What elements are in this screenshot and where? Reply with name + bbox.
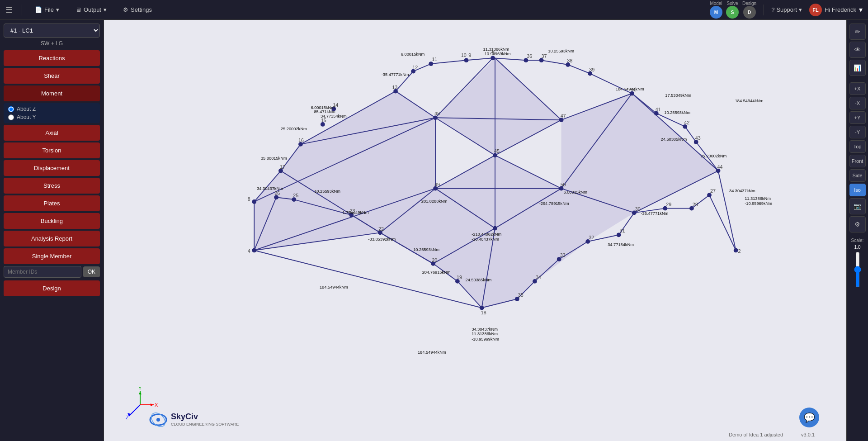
shear-button[interactable]: Shear xyxy=(4,68,100,84)
scale-label: Scale: xyxy=(851,238,864,243)
svg-marker-203 xyxy=(151,403,154,406)
about-z-radio[interactable]: About Z xyxy=(8,106,95,112)
about-y-radio[interactable]: About Y xyxy=(8,114,95,120)
svg-text:34.77154kNm: 34.77154kNm xyxy=(608,242,634,247)
about-y-input[interactable] xyxy=(8,114,14,120)
iso-view-button[interactable]: Iso xyxy=(849,184,866,196)
moment-button[interactable]: Moment xyxy=(4,85,100,101)
svg-text:27: 27 xyxy=(710,188,716,194)
svg-text:184.54944kNm: 184.54944kNm xyxy=(616,87,644,91)
load-case-select[interactable]: #1 - LC1 xyxy=(4,24,100,38)
svg-text:16: 16 xyxy=(298,138,304,143)
svg-point-82 xyxy=(480,306,484,310)
right-toolbar: ✏ 👁 📊 +X -X +Y -Y Top Front Side Iso 📷 ⚙… xyxy=(846,20,868,441)
svg-text:-10.95969kNm: -10.95969kNm xyxy=(745,201,772,206)
model-mode-button[interactable]: M xyxy=(710,6,722,19)
file-menu[interactable]: 📄 File ▾ xyxy=(31,5,63,15)
nav-divider-2 xyxy=(764,5,764,15)
file-label: File xyxy=(44,6,54,13)
axial-button[interactable]: Axial xyxy=(4,125,100,141)
design-mode-label: Design xyxy=(742,1,756,6)
svg-text:42: 42 xyxy=(684,120,689,125)
file-chevron: ▾ xyxy=(56,6,59,13)
svg-marker-202 xyxy=(139,391,142,394)
avatar: FL xyxy=(809,4,822,16)
output-icon: 🖥 xyxy=(75,6,81,13)
front-view-button[interactable]: Front xyxy=(849,155,866,167)
scale-slider[interactable] xyxy=(853,251,862,288)
stress-button[interactable]: Stress xyxy=(4,178,100,194)
svg-text:184.54944kNm: 184.54944kNm xyxy=(320,285,348,289)
buckling-button[interactable]: Buckling xyxy=(4,213,100,229)
design-mode-button[interactable]: D xyxy=(743,6,756,19)
svg-text:37: 37 xyxy=(542,53,547,59)
solve-mode-button[interactable]: S xyxy=(726,6,739,19)
solve-mode-label: Solve xyxy=(726,1,738,6)
svg-text:35: 35 xyxy=(518,292,524,298)
design-button[interactable]: Design xyxy=(4,280,100,296)
chart-tool-button[interactable]: 📊 xyxy=(849,60,866,76)
output-menu[interactable]: 🖥 Output ▾ xyxy=(72,5,110,15)
svg-text:44: 44 xyxy=(717,164,723,170)
moment-radio-group: About Z About Y xyxy=(4,103,100,123)
svg-text:10.25593kNm: 10.25593kNm xyxy=(413,247,439,252)
side-view-button[interactable]: Side xyxy=(849,169,866,182)
reactions-button[interactable]: Reactions xyxy=(4,50,100,66)
svg-text:6.00015kNm: 6.00015kNm xyxy=(311,105,335,110)
svg-text:39: 39 xyxy=(589,67,594,72)
svg-text:6.00015kNm: 6.00015kNm xyxy=(563,190,587,194)
svg-text:25.20002kNm: 25.20002kNm xyxy=(281,127,307,131)
support-link[interactable]: ? Support ▾ xyxy=(771,6,802,13)
plus-x-view-button[interactable]: +X xyxy=(849,82,866,95)
visibility-tool-button[interactable]: 👁 xyxy=(849,42,866,58)
about-z-input[interactable] xyxy=(8,106,14,112)
canvas-area[interactable]: 4 8 5 9 10 11 12 13 14 15 16 17 18 19 20… xyxy=(104,20,846,441)
svg-text:34.30437kNm: 34.30437kNm xyxy=(257,186,283,191)
file-icon: 📄 xyxy=(35,6,42,13)
svg-text:32: 32 xyxy=(589,235,594,240)
svg-point-74 xyxy=(464,58,469,62)
torsion-button[interactable]: Torsion xyxy=(4,142,100,158)
svg-text:11.31386kNm: 11.31386kNm xyxy=(472,332,498,336)
svg-text:45: 45 xyxy=(494,148,500,154)
svg-text:11.31386kNm: 11.31386kNm xyxy=(483,47,509,52)
pencil-tool-button[interactable]: ✏ xyxy=(849,24,866,40)
plates-button[interactable]: Plates xyxy=(4,195,100,211)
svg-text:33: 33 xyxy=(560,252,566,258)
minus-y-view-button[interactable]: -Y xyxy=(849,126,866,138)
top-view-button[interactable]: Top xyxy=(849,140,866,153)
svg-text:204.76915kNm: 204.76915kNm xyxy=(422,270,451,275)
plus-y-view-button[interactable]: +Y xyxy=(849,111,866,124)
svg-text:-33.85392kNm: -33.85392kNm xyxy=(368,237,396,242)
support-label: Support xyxy=(776,6,797,13)
single-member-button[interactable]: Single Member xyxy=(4,248,100,264)
settings-tool-button[interactable]: ⚙ xyxy=(849,216,866,232)
svg-text:20: 20 xyxy=(432,257,437,263)
displacement-button[interactable]: Displacement xyxy=(4,160,100,176)
user-menu[interactable]: FL Hi Frederick ▾ xyxy=(809,4,863,16)
ok-button[interactable]: OK xyxy=(83,266,100,277)
svg-text:13: 13 xyxy=(392,85,397,90)
minus-x-view-button[interactable]: -X xyxy=(849,97,866,109)
top-navigation: ☰ 📄 File ▾ 🖥 Output ▾ ⚙ Settings Model M… xyxy=(0,0,868,20)
chat-button[interactable]: 💬 xyxy=(799,408,819,427)
svg-text:28: 28 xyxy=(693,202,698,207)
svg-text:24.50385kNm: 24.50385kNm xyxy=(661,137,687,142)
svg-text:201.8288kNm: 201.8288kNm xyxy=(421,199,448,204)
svg-text:19: 19 xyxy=(457,275,462,280)
svg-text:10: 10 xyxy=(461,52,467,58)
member-ids-input[interactable] xyxy=(4,266,81,278)
analysis-report-button[interactable]: Analysis Report xyxy=(4,231,100,247)
menu-icon[interactable]: ☰ xyxy=(5,5,13,15)
structure-canvas: 4 8 5 9 10 11 12 13 14 15 16 17 18 19 20… xyxy=(104,20,846,441)
support-chevron: ▾ xyxy=(799,6,802,13)
model-mode-group: Model M xyxy=(710,1,722,19)
about-z-label: About Z xyxy=(17,106,36,112)
support-question-icon: ? xyxy=(771,6,774,13)
camera-tool-button[interactable]: 📷 xyxy=(849,198,866,214)
svg-text:4: 4 xyxy=(248,248,250,254)
settings-menu[interactable]: ⚙ Settings xyxy=(119,5,156,15)
svg-text:-10.95969kNm: -10.95969kNm xyxy=(472,337,499,341)
svg-text:41: 41 xyxy=(656,107,661,112)
main-container: #1 - LC1 SW + LG Reactions Shear Moment … xyxy=(0,20,868,441)
